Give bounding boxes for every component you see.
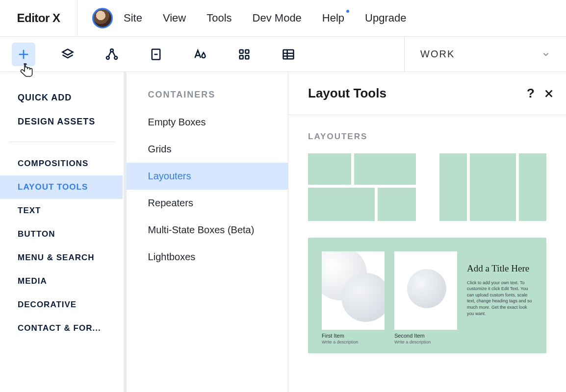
svg-point-0 (110, 49, 113, 51)
svg-rect-8 (283, 49, 294, 59)
plus-icon (17, 48, 30, 61)
apps-button[interactable] (232, 43, 256, 66)
menu-upgrade[interactable]: Upgrade (365, 12, 406, 24)
close-icon[interactable] (543, 88, 554, 99)
page-selector-label: WORK (420, 49, 455, 60)
preview-panel: Layout Tools ? LAYOUTERS First It (288, 72, 566, 392)
menu-items: Site View Tools Dev Mode Help Upgrade (124, 12, 407, 24)
add-panel-categories: QUICK ADD DESIGN ASSETS COMPOSITIONS LAY… (0, 72, 127, 392)
notification-dot-icon (346, 10, 349, 13)
table-icon (282, 48, 295, 61)
svg-rect-5 (245, 49, 249, 53)
card-text-desc: Click to add your own text. To customize… (467, 280, 533, 317)
layouter-preview-card[interactable]: First Item Write a description Second It… (308, 238, 546, 353)
nodes-icon (105, 48, 119, 61)
page-selector[interactable]: WORK (404, 37, 566, 72)
toolbar: WORK (0, 37, 566, 72)
section-title-containers: CONTAINERS (127, 90, 288, 109)
add-button[interactable] (12, 43, 35, 66)
card-image-2 (394, 251, 457, 330)
menubar: Editor X Site View Tools Dev Mode Help U… (0, 0, 566, 37)
layouter-preview-1[interactable] (308, 153, 416, 221)
cat-decorative[interactable]: DECORATIVE (0, 293, 124, 317)
quick-add[interactable]: QUICK ADD (18, 86, 106, 110)
svg-point-1 (106, 56, 109, 59)
cat-layout-tools[interactable]: LAYOUT TOOLS (0, 175, 123, 199)
subsection-title: LAYOUTERS (308, 132, 546, 142)
avatar[interactable] (92, 8, 113, 28)
panel-title: Layout Tools (308, 86, 386, 101)
svg-rect-6 (240, 55, 243, 59)
cat-button[interactable]: BUTTON (0, 222, 124, 246)
menu-tools[interactable]: Tools (206, 12, 232, 24)
cat-menu-search[interactable]: MENU & SEARCH (0, 246, 124, 270)
chevron-down-icon (541, 50, 550, 59)
cat-compositions[interactable]: COMPOSITIONS (0, 152, 124, 175)
card-first-label: First Item (322, 333, 385, 339)
layers-button[interactable] (56, 43, 79, 66)
panel-header: Layout Tools ? (288, 72, 566, 115)
cat-text[interactable]: TEXT (0, 199, 124, 222)
theme-button[interactable] (188, 43, 212, 66)
cat-media[interactable]: MEDIA (0, 270, 124, 293)
card-second-sub: Write a description (394, 340, 457, 344)
page-icon (149, 48, 163, 61)
cat-contact-forms[interactable]: CONTACT & FOR... (0, 317, 124, 340)
svg-rect-4 (240, 49, 243, 53)
menu-dev-mode[interactable]: Dev Mode (253, 12, 302, 24)
content-mgr-button[interactable] (277, 43, 300, 66)
design-assets[interactable]: DESIGN ASSETS (18, 110, 106, 134)
divider (9, 142, 115, 142)
sub-layouters[interactable]: Layouters (127, 163, 288, 190)
svg-rect-7 (245, 55, 249, 59)
grid-apps-icon (237, 48, 251, 61)
help-icon[interactable]: ? (527, 86, 535, 101)
svg-point-2 (114, 56, 117, 59)
layers-icon (61, 48, 75, 61)
card-text-title: Add a Title Here (467, 262, 533, 275)
sub-multi-state[interactable]: Multi-State Boxes (Beta) (127, 217, 288, 244)
pages-button[interactable] (144, 43, 168, 66)
card-first-sub: Write a description (322, 340, 385, 344)
sub-lightboxes[interactable]: Lightboxes (127, 244, 288, 270)
text-drop-icon (193, 48, 207, 61)
layouter-preview-2[interactable] (439, 153, 546, 221)
menu-site[interactable]: Site (124, 12, 142, 24)
add-panel-subcategories: CONTAINERS Empty Boxes Grids Layouters R… (127, 72, 288, 392)
sub-repeaters[interactable]: Repeaters (127, 190, 288, 217)
card-image-1 (322, 251, 385, 330)
sub-grids[interactable]: Grids (127, 136, 288, 163)
menu-view[interactable]: View (163, 12, 186, 24)
sub-empty-boxes[interactable]: Empty Boxes (127, 109, 288, 136)
menu-help[interactable]: Help (322, 12, 344, 24)
card-second-label: Second Item (394, 333, 457, 339)
site-structure-button[interactable] (100, 43, 124, 66)
workspace: QUICK ADD DESIGN ASSETS COMPOSITIONS LAY… (0, 72, 566, 392)
app-logo: Editor X (0, 0, 77, 37)
